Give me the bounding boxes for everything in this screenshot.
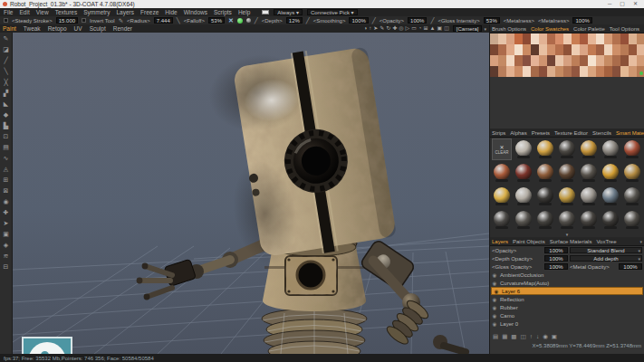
clear-mask-icon[interactable]: ✕ bbox=[228, 17, 234, 24]
opacity-value[interactable]: 100% bbox=[408, 17, 427, 24]
color-swatch[interactable] bbox=[588, 44, 596, 55]
prism-tool-icon[interactable]: ◬ bbox=[4, 165, 8, 173]
smart-material[interactable] bbox=[513, 185, 534, 208]
color-swatch[interactable] bbox=[531, 55, 539, 66]
color-swatch[interactable] bbox=[620, 66, 629, 77]
color-swatch[interactable] bbox=[539, 33, 547, 44]
merge-layer-icon[interactable]: ◫ bbox=[520, 333, 525, 340]
tab-smart-materials[interactable]: Smart Materials bbox=[616, 130, 644, 136]
color-swatch[interactable] bbox=[539, 66, 547, 77]
always-dropdown[interactable]: Always ▾ bbox=[274, 9, 303, 15]
sphere-preview-icon[interactable] bbox=[246, 18, 251, 23]
eraser-tool-icon[interactable]: ╲ bbox=[4, 67, 7, 75]
smoothing-pressure-icon[interactable]: ╱ bbox=[306, 17, 310, 24]
color-swatch[interactable] bbox=[563, 55, 572, 66]
color-swatch[interactable] bbox=[498, 44, 506, 55]
color-swatch[interactable] bbox=[514, 66, 523, 77]
smart-material[interactable] bbox=[556, 185, 578, 208]
smart-material[interactable] bbox=[578, 185, 600, 208]
menu-file[interactable]: File bbox=[4, 9, 13, 15]
brush-pressure-icon[interactable]: ✎ bbox=[119, 17, 123, 24]
tab-overflow-arrow[interactable]: ▾ bbox=[639, 239, 642, 244]
select-tool-icon[interactable]: ⊠ bbox=[4, 186, 9, 195]
color-swatch[interactable] bbox=[612, 66, 620, 77]
color-swatch[interactable] bbox=[580, 66, 588, 77]
layer-row[interactable]: ◉Reflection bbox=[490, 295, 644, 303]
figure-icon[interactable]: ▲ bbox=[430, 24, 436, 33]
tab-render[interactable]: Render bbox=[113, 25, 132, 32]
color-swatch[interactable] bbox=[506, 66, 514, 77]
depth-mode-dropdown[interactable]: Add depth▾ bbox=[570, 255, 642, 262]
smart-material[interactable] bbox=[513, 161, 534, 185]
menu-textures[interactable]: Textures bbox=[55, 9, 78, 15]
clone-tool-icon[interactable]: ◉ bbox=[3, 197, 8, 205]
smart-material[interactable] bbox=[534, 208, 556, 232]
hatch-tool-icon[interactable]: ▞ bbox=[4, 89, 8, 97]
color-swatch[interactable] bbox=[547, 55, 555, 66]
steady-stroke-value[interactable]: 15.000 bbox=[56, 17, 78, 24]
color-swatch[interactable] bbox=[620, 33, 629, 44]
color-swatch[interactable] bbox=[563, 33, 572, 44]
move-view-icon[interactable]: ✚ bbox=[392, 24, 397, 33]
pointer-tool-icon[interactable]: ➤ bbox=[4, 219, 9, 227]
color-swatch[interactable] bbox=[596, 44, 604, 55]
color-swatch[interactable] bbox=[523, 66, 531, 77]
color-swatch[interactable] bbox=[506, 55, 514, 66]
color-swatch[interactable] bbox=[572, 33, 580, 44]
zoom-view-icon[interactable]: ◎ bbox=[399, 24, 403, 33]
color-swatch[interactable] bbox=[572, 55, 580, 66]
wedge-tool-icon[interactable]: ◣ bbox=[4, 100, 8, 108]
maximize-button[interactable]: ▢ bbox=[620, 0, 625, 8]
smart-material[interactable] bbox=[491, 185, 513, 208]
rotate-view-icon[interactable]: ↻ bbox=[386, 24, 390, 33]
color-swatch[interactable] bbox=[637, 44, 644, 55]
line-tool-icon[interactable]: ╱ bbox=[4, 56, 7, 64]
grid-snap-tool-icon[interactable]: ⊞ bbox=[4, 176, 9, 184]
color-swatch[interactable] bbox=[514, 55, 523, 66]
color-swatch[interactable] bbox=[596, 55, 604, 66]
tab-tweak[interactable]: Tweak bbox=[24, 25, 41, 32]
smart-material[interactable] bbox=[578, 208, 600, 232]
clipboard-tool-icon[interactable]: ▤ bbox=[3, 143, 9, 151]
tab-stencils[interactable]: Stencils bbox=[592, 130, 611, 136]
tab-voxtree[interactable]: VoxTree bbox=[596, 239, 616, 244]
color-swatch[interactable] bbox=[563, 44, 572, 55]
color-swatch[interactable] bbox=[572, 66, 580, 77]
layer-visibility-icon[interactable]: ◉ bbox=[492, 305, 497, 310]
color-swatch[interactable] bbox=[580, 33, 588, 44]
move-layer-up-icon[interactable]: ↑ bbox=[530, 333, 533, 340]
radius-value[interactable]: 7.444 bbox=[154, 17, 173, 24]
color-swatch[interactable] bbox=[637, 33, 644, 44]
stamp-tool-icon[interactable]: ⊡ bbox=[4, 132, 9, 140]
duplicate-layer-icon[interactable]: ▩ bbox=[511, 333, 516, 340]
cut-tool-icon[interactable]: ╳ bbox=[4, 78, 7, 86]
tab-alphas[interactable]: Alphas bbox=[510, 130, 526, 136]
gradient-tool-icon[interactable]: ▙ bbox=[4, 121, 8, 129]
color-swatch[interactable] bbox=[572, 44, 580, 55]
color-swatch[interactable] bbox=[531, 33, 539, 44]
smart-material[interactable] bbox=[621, 161, 643, 185]
steady-stroke-checkbox[interactable] bbox=[4, 18, 8, 23]
color-swatch[interactable] bbox=[523, 44, 531, 55]
timer-icon[interactable]: ◔ bbox=[418, 24, 422, 33]
color-swatch[interactable] bbox=[588, 55, 596, 66]
smart-material[interactable] bbox=[534, 161, 556, 185]
clear-material-cell[interactable]: ✕CLEAR bbox=[491, 138, 513, 161]
camera-dropdown-arrow[interactable]: ▾ bbox=[484, 26, 486, 32]
frame-tool-icon[interactable]: ▣ bbox=[3, 230, 9, 238]
color-swatch[interactable] bbox=[629, 33, 637, 44]
layer-row[interactable]: ◉Rubber bbox=[490, 303, 644, 311]
delete-layer-icon[interactable]: ▦ bbox=[502, 333, 507, 340]
color-swatch[interactable] bbox=[531, 44, 539, 55]
frame-icon[interactable]: ▣ bbox=[437, 24, 442, 33]
color-swatch[interactable] bbox=[629, 55, 637, 66]
layer-visibility-icon[interactable]: ◉ bbox=[492, 321, 497, 327]
color-swatch[interactable] bbox=[555, 44, 563, 55]
color-swatch[interactable] bbox=[539, 55, 547, 66]
color-swatch[interactable] bbox=[604, 44, 612, 55]
layer-visibility-icon[interactable]: ◉ bbox=[492, 281, 497, 286]
connective-pick-dropdown[interactable]: Connective Pick ▾ bbox=[307, 9, 358, 15]
gloss-opacity-value[interactable]: 100% bbox=[544, 263, 568, 270]
layer-visibility-icon[interactable]: ◉ bbox=[492, 297, 497, 302]
color-swatch[interactable] bbox=[580, 44, 588, 55]
